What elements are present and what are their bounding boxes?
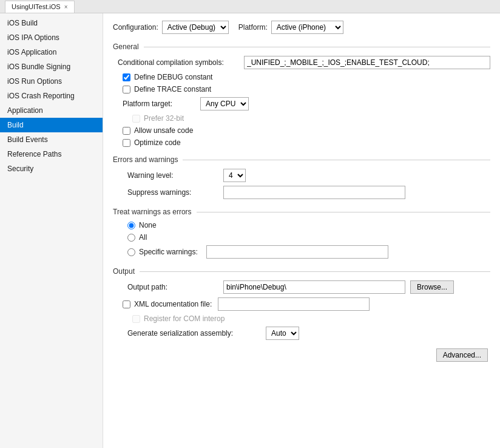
treat-warnings-none-label: None <box>139 221 157 229</box>
allow-unsafe-checkbox[interactable] <box>123 127 130 135</box>
close-icon[interactable]: × <box>64 4 68 10</box>
platform-target-row: Platform target: Any CPU x86 x64 ARM <box>113 97 490 110</box>
allow-unsafe-label: Allow unsafe code <box>134 126 193 135</box>
advanced-button[interactable]: Advanced... <box>436 348 488 362</box>
output-path-label: Output path: <box>127 283 218 291</box>
treat-warnings-section: Treat warnings as errors None All Specif… <box>113 208 490 259</box>
sidebar-item-ios-bundle-signing[interactable]: iOS Bundle Signing <box>0 59 103 74</box>
sidebar-item-reference-paths[interactable]: Reference Paths <box>0 147 103 161</box>
xml-doc-row: XML documentation file: <box>113 297 490 311</box>
output-section: Output Output path: Browse... XML docume… <box>113 267 490 340</box>
output-header: Output <box>113 267 490 276</box>
title-bar: UsingUITest.iOS × <box>0 0 500 13</box>
prefer-32bit-label: Prefer 32-bit <box>144 114 184 123</box>
sidebar-item-ios-crash-reporting[interactable]: iOS Crash Reporting <box>0 89 103 103</box>
general-section: General Conditional compilation symbols:… <box>113 42 490 147</box>
treat-warnings-all-row: All <box>113 233 490 242</box>
sidebar-item-build[interactable]: Build <box>0 118 103 132</box>
sidebar-item-ios-run-options[interactable]: iOS Run Options <box>0 74 103 89</box>
xml-doc-input[interactable] <box>218 297 370 311</box>
allow-unsafe-row: Allow unsafe code <box>113 126 490 135</box>
title-tab[interactable]: UsingUITest.iOS × <box>5 1 75 13</box>
output-label: Output <box>113 267 135 276</box>
platform-item: Platform: Active (iPhone) iPhone iPhoneS… <box>238 21 343 34</box>
treat-warnings-specific-label: Specific warnings: <box>139 248 198 256</box>
com-interop-label: Register for COM interop <box>144 314 225 323</box>
title-tab-label: UsingUITest.iOS <box>12 3 61 10</box>
suppress-warnings-row: Suppress warnings: <box>113 186 490 199</box>
treat-warnings-label: Treat warnings as errors <box>113 208 192 216</box>
com-interop-checkbox[interactable] <box>132 315 140 323</box>
define-trace-row: Define TRACE constant <box>113 85 490 93</box>
configuration-item: Configuration: Active (Debug) Debug Rele… <box>113 21 229 34</box>
treat-warnings-specific-radio[interactable] <box>127 248 135 256</box>
define-debug-label: Define DEBUG constant <box>134 73 212 81</box>
platform-select[interactable]: Active (iPhone) iPhone iPhoneSimulator A… <box>271 21 343 34</box>
general-section-header: General <box>113 42 490 51</box>
browse-button[interactable]: Browse... <box>410 280 454 294</box>
define-debug-checkbox[interactable] <box>123 73 130 81</box>
optimize-row: Optimize code <box>113 138 490 147</box>
errors-warnings-label: Errors and warnings <box>113 155 178 164</box>
xml-doc-checkbox[interactable] <box>123 300 130 308</box>
gen-serialization-row: Generate serialization assembly: Auto On… <box>113 327 490 340</box>
config-row: Configuration: Active (Debug) Debug Rele… <box>113 21 490 34</box>
suppress-warnings-input[interactable] <box>223 186 405 199</box>
gen-serialization-label: Generate serialization assembly: <box>127 329 261 338</box>
treat-warnings-specific-input[interactable] <box>206 245 388 259</box>
prefer-32bit-checkbox[interactable] <box>132 115 140 123</box>
general-section-label: General <box>113 42 139 51</box>
main-layout: iOS BuildiOS IPA OptionsiOS Applicationi… <box>0 13 500 448</box>
warning-level-label: Warning level: <box>127 171 218 180</box>
ccs-input[interactable] <box>244 56 490 69</box>
platform-label: Platform: <box>238 23 268 32</box>
sidebar-item-build-events[interactable]: Build Events <box>0 132 103 147</box>
sidebar: iOS BuildiOS IPA OptionsiOS Applicationi… <box>0 13 103 448</box>
define-trace-checkbox[interactable] <box>123 86 130 93</box>
sidebar-item-ios-build[interactable]: iOS Build <box>0 16 103 30</box>
treat-warnings-none-radio[interactable] <box>127 222 135 229</box>
com-interop-row: Register for COM interop <box>113 314 490 323</box>
ccs-row: Conditional compilation symbols: <box>113 56 490 69</box>
treat-warnings-specific-row: Specific warnings: <box>113 245 490 259</box>
ccs-label: Conditional compilation symbols: <box>118 58 239 67</box>
prefer-32bit-row: Prefer 32-bit <box>113 114 490 123</box>
sidebar-item-ios-ipa-options[interactable]: iOS IPA Options <box>0 30 103 45</box>
content-area: Configuration: Active (Debug) Debug Rele… <box>103 13 500 448</box>
gen-serialization-select[interactable]: Auto On Off <box>266 327 299 340</box>
treat-warnings-header: Treat warnings as errors <box>113 208 490 216</box>
treat-warnings-all-label: All <box>139 233 147 242</box>
define-debug-row: Define DEBUG constant <box>113 73 490 81</box>
errors-warnings-header: Errors and warnings <box>113 155 490 164</box>
optimize-checkbox[interactable] <box>123 139 130 147</box>
optimize-label: Optimize code <box>134 138 181 147</box>
platform-target-label: Platform target: <box>123 100 195 108</box>
advanced-row: Advanced... <box>113 348 490 362</box>
sidebar-item-ios-application[interactable]: iOS Application <box>0 45 103 59</box>
warning-level-row: Warning level: 4 0 1 2 3 <box>113 169 490 182</box>
treat-warnings-all-radio[interactable] <box>127 234 135 242</box>
warning-level-select[interactable]: 4 0 1 2 3 <box>223 169 246 182</box>
define-trace-label: Define TRACE constant <box>134 85 211 93</box>
xml-doc-label: XML documentation file: <box>134 300 212 308</box>
sidebar-item-security[interactable]: Security <box>0 161 103 176</box>
errors-warnings-section: Errors and warnings Warning level: 4 0 1… <box>113 155 490 199</box>
suppress-warnings-label: Suppress warnings: <box>127 188 218 197</box>
configuration-select[interactable]: Active (Debug) Debug Release <box>162 21 229 34</box>
treat-warnings-none-row: None <box>113 221 490 229</box>
sidebar-item-application[interactable]: Application <box>0 103 103 118</box>
configuration-label: Configuration: <box>113 23 158 32</box>
output-path-input[interactable] <box>223 280 405 294</box>
output-path-row: Output path: Browse... <box>113 280 490 294</box>
platform-target-select[interactable]: Any CPU x86 x64 ARM <box>200 97 249 110</box>
